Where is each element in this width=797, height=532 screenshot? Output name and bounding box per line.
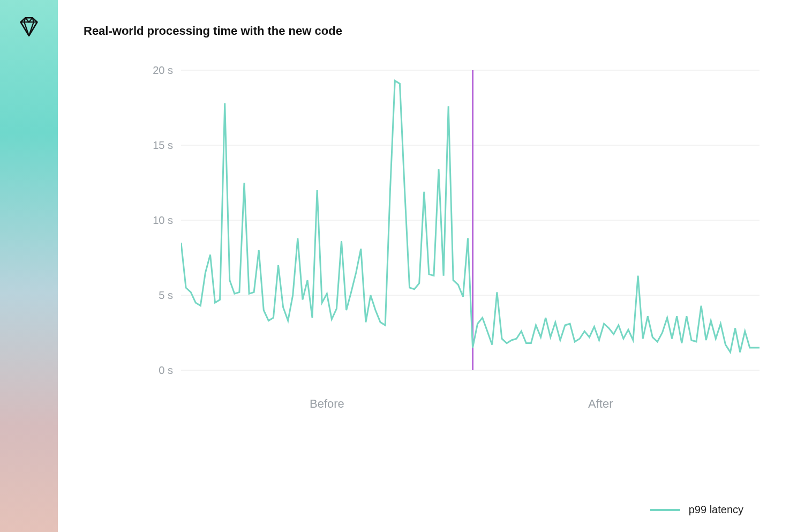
chart: 20 s 15 s 10 s 5 s 0 s Before After: [79, 54, 765, 440]
svg-marker-0: [21, 18, 37, 35]
x-section-label-after: After: [588, 397, 613, 411]
p99-latency-line: [181, 81, 760, 353]
main-content: Real-world processing time with the new …: [58, 0, 797, 532]
y-tick-label: 10 s: [153, 214, 173, 227]
sidebar: [0, 0, 58, 532]
y-tick-label: 15 s: [153, 139, 173, 152]
x-section-label-before: Before: [310, 397, 344, 411]
y-tick-label: 5 s: [159, 289, 173, 302]
diamond-logo-icon: [17, 15, 41, 532]
y-tick-label: 20 s: [153, 64, 173, 77]
legend: p99 latency: [650, 504, 743, 516]
legend-swatch: [650, 509, 680, 511]
legend-label: p99 latency: [689, 504, 743, 516]
page: Real-world processing time with the new …: [0, 0, 797, 532]
gridlines: [181, 70, 760, 370]
chart-svg: [181, 54, 760, 376]
y-tick-label: 0 s: [159, 364, 173, 377]
chart-title: Real-world processing time with the new …: [84, 24, 776, 38]
